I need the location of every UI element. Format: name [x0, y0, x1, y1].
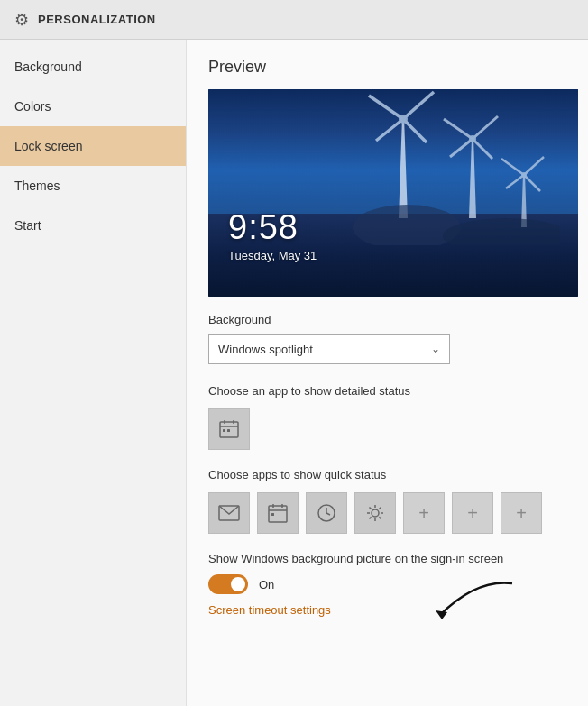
gear-icon: ⚙	[14, 10, 29, 30]
link-container: Screen timeout settings	[208, 601, 566, 618]
quick-status-calendar-icon[interactable]	[257, 492, 299, 534]
toggle-row: On	[208, 574, 566, 594]
sun-icon	[365, 503, 385, 523]
svg-line-7	[444, 119, 473, 139]
title-bar: ⚙ PERSONALIZATION	[0, 0, 588, 40]
main-layout: Background Colors Lock screen Themes Sta…	[0, 40, 588, 706]
sidebar-label-colors: Colors	[14, 99, 51, 114]
quick-status-label: Choose apps to show quick status	[208, 468, 566, 481]
svg-marker-6	[469, 137, 476, 218]
svg-line-43	[370, 517, 372, 518]
screen-timeout-link[interactable]: Screen timeout settings	[208, 603, 331, 617]
svg-line-42	[379, 508, 381, 509]
svg-point-5	[521, 172, 527, 178]
preview-time: 9:58	[228, 208, 299, 247]
toggle-on-label: On	[259, 578, 274, 591]
svg-point-35	[372, 509, 379, 517]
preview-title: Preview	[208, 58, 566, 77]
quick-status-clock-icon[interactable]	[306, 492, 347, 534]
sidebar-label-lock-screen: Lock screen	[14, 139, 82, 153]
svg-line-1	[501, 159, 524, 175]
svg-point-17	[399, 115, 408, 124]
quick-status-mail-icon[interactable]	[208, 492, 250, 534]
svg-rect-31	[271, 513, 274, 516]
sidebar-item-colors[interactable]: Colors	[0, 87, 186, 126]
svg-line-9	[473, 139, 492, 159]
content-area: Preview	[187, 40, 588, 706]
plus-icon-3: +	[516, 503, 527, 524]
background-dropdown[interactable]: Windows spotlight ⌄	[208, 334, 450, 364]
mail-icon	[218, 505, 240, 521]
detailed-status-label: Choose an app to show detailed status	[208, 384, 566, 398]
sidebar-item-background[interactable]: Background	[0, 47, 186, 87]
svg-point-19	[443, 218, 560, 245]
sidebar-label-themes: Themes	[14, 179, 60, 193]
sidebar-item-themes[interactable]: Themes	[0, 166, 186, 206]
sidebar-item-lock-screen[interactable]: Lock screen	[0, 126, 186, 166]
dropdown-value: Windows spotlight	[218, 343, 313, 356]
svg-line-14	[403, 92, 434, 119]
quick-status-icons-row: + + +	[208, 492, 566, 534]
quick-status-add1-button[interactable]: +	[403, 492, 445, 534]
svg-rect-25	[227, 429, 230, 432]
svg-line-16	[376, 119, 403, 141]
svg-point-11	[469, 135, 476, 142]
windmills-decoration	[335, 89, 560, 245]
clock-icon	[317, 503, 336, 523]
plus-icon-2: +	[467, 503, 478, 524]
calendar-icon	[218, 418, 240, 440]
svg-line-10	[450, 139, 473, 157]
app-title: PERSONALIZATION	[38, 13, 156, 26]
svg-line-3	[524, 175, 540, 191]
sidebar-label-background: Background	[14, 60, 82, 74]
svg-line-15	[403, 119, 427, 142]
detailed-status-calendar-icon[interactable]	[208, 408, 250, 450]
calendar-small-icon	[268, 503, 288, 523]
quick-status-add2-button[interactable]: +	[452, 492, 493, 534]
svg-line-2	[524, 157, 544, 175]
svg-rect-24	[223, 429, 225, 432]
background-field-label: Background	[208, 313, 566, 326]
preview-date: Tuesday, May 31	[228, 249, 317, 262]
svg-line-40	[370, 508, 372, 509]
svg-line-8	[473, 116, 498, 139]
svg-marker-44	[436, 610, 447, 619]
toggle-section-label: Show Windows background picture on the s…	[208, 552, 566, 565]
sidebar-label-start: Start	[14, 218, 41, 233]
lock-screen-preview: 9:58 Tuesday, May 31	[208, 89, 578, 297]
svg-line-41	[379, 517, 381, 518]
sidebar: Background Colors Lock screen Themes Sta…	[0, 40, 187, 706]
sidebar-item-start[interactable]: Start	[0, 206, 186, 245]
plus-icon-1: +	[418, 503, 429, 524]
sign-in-background-toggle[interactable]	[208, 574, 248, 594]
detailed-status-icons-row	[208, 408, 566, 450]
chevron-down-icon: ⌄	[431, 343, 440, 355]
svg-line-13	[369, 96, 403, 119]
svg-line-34	[326, 513, 330, 515]
svg-line-4	[506, 175, 524, 188]
quick-status-weather-icon[interactable]	[354, 492, 396, 534]
svg-marker-12	[399, 117, 408, 218]
quick-status-add3-button[interactable]: +	[501, 492, 542, 534]
